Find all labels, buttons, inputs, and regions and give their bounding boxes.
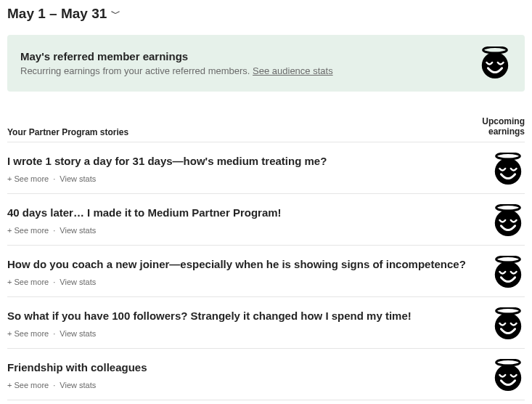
story-row: I wrote 1 story a day for 31 days—how's … — [7, 142, 525, 194]
date-range-label: May 1 – May 31 — [7, 6, 107, 22]
stories-list: I wrote 1 story a day for 31 days—how's … — [7, 142, 525, 400]
see-more-link[interactable]: + See more — [7, 329, 49, 338]
angel-smiley-icon — [491, 153, 525, 186]
view-stats-link[interactable]: View stats — [60, 381, 96, 389]
story-info: How do you coach a new joiner—especially… — [7, 258, 480, 286]
see-more-link[interactable]: + See more — [7, 226, 49, 235]
referral-subtext: Recurring earnings from your active refe… — [20, 65, 333, 76]
referral-title: May's referred member earnings — [20, 50, 333, 62]
angel-smiley-icon — [491, 359, 525, 392]
angel-smiley-icon — [491, 307, 525, 341]
separator-dot: · — [51, 174, 57, 183]
see-more-link[interactable]: + See more — [7, 278, 49, 286]
chevron-down-icon: ﹀ — [111, 7, 120, 20]
story-actions: + See more · View stats — [7, 381, 480, 389]
separator-dot: · — [51, 278, 57, 286]
view-stats-link[interactable]: View stats — [60, 329, 96, 338]
see-audience-stats-link[interactable]: See audience stats — [253, 65, 333, 76]
story-info: So what if you have 100 followers? Stran… — [7, 310, 480, 338]
story-row: 40 days later… I made it to Medium Partn… — [7, 194, 525, 246]
story-info: 40 days later… I made it to Medium Partn… — [7, 206, 480, 235]
referral-earnings-card: May's referred member earnings Recurring… — [7, 35, 525, 92]
story-title-link[interactable]: I wrote 1 story a day for 31 days—how's … — [7, 155, 480, 167]
referral-text: May's referred member earnings Recurring… — [20, 50, 333, 76]
story-row: Friendship with colleagues+ See more · V… — [7, 349, 525, 400]
story-row: How do you coach a new joiner—especially… — [7, 246, 525, 297]
stories-header-left: Your Partner Program stories — [7, 127, 128, 137]
story-actions: + See more · View stats — [7, 329, 480, 338]
see-more-link[interactable]: + See more — [7, 381, 49, 389]
story-title-link[interactable]: 40 days later… I made it to Medium Partn… — [7, 206, 480, 219]
story-actions: + See more · View stats — [7, 174, 480, 183]
angel-smiley-icon — [491, 256, 525, 289]
story-title-link[interactable]: Friendship with colleagues — [7, 361, 480, 373]
story-info: Friendship with colleagues+ See more · V… — [7, 361, 480, 389]
angel-smiley-icon — [478, 47, 512, 80]
stories-header-right: Upcoming earnings — [482, 116, 525, 137]
separator-dot: · — [51, 329, 57, 338]
story-title-link[interactable]: How do you coach a new joiner—especially… — [7, 258, 480, 270]
separator-dot: · — [51, 226, 57, 235]
story-actions: + See more · View stats — [7, 278, 480, 286]
view-stats-link[interactable]: View stats — [60, 174, 96, 183]
view-stats-link[interactable]: View stats — [60, 278, 96, 286]
stories-table-header: Your Partner Program stories Upcoming ea… — [7, 116, 525, 142]
view-stats-link[interactable]: View stats — [60, 226, 96, 235]
separator-dot: · — [51, 381, 57, 389]
see-more-link[interactable]: + See more — [7, 174, 49, 183]
story-info: I wrote 1 story a day for 31 days—how's … — [7, 155, 480, 183]
date-range-selector[interactable]: May 1 – May 31 ﹀ — [7, 6, 525, 22]
story-actions: + See more · View stats — [7, 226, 480, 235]
story-row: So what if you have 100 followers? Stran… — [7, 297, 525, 349]
story-title-link[interactable]: So what if you have 100 followers? Stran… — [7, 310, 480, 322]
angel-smiley-icon — [491, 204, 525, 238]
